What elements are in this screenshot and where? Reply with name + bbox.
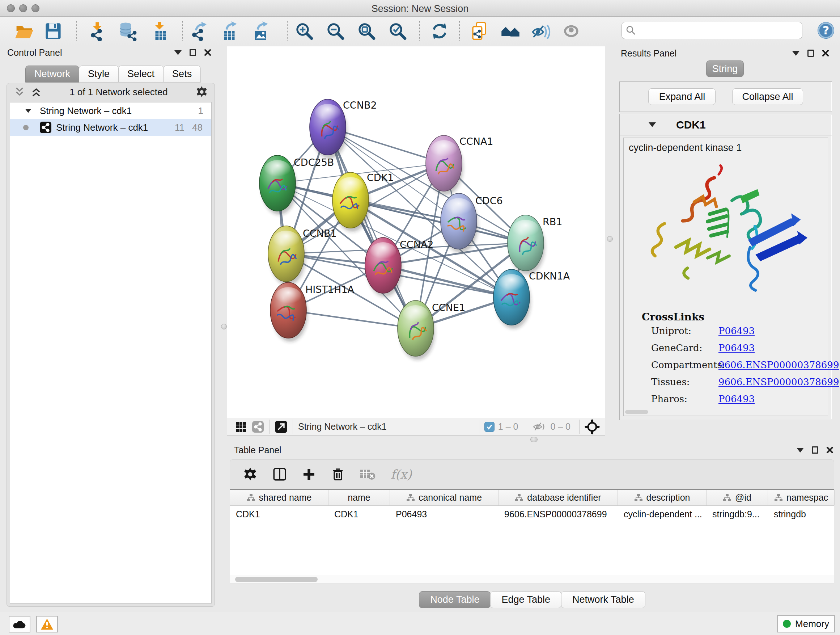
warnings-button[interactable] xyxy=(36,616,58,632)
panel-menu-icon[interactable] xyxy=(797,448,804,453)
copy-network-button[interactable] xyxy=(469,21,490,42)
column-header-name[interactable]: name xyxy=(328,490,390,505)
bottom-splitter-handle[interactable] xyxy=(531,437,538,442)
crosslink-link[interactable]: P06493 xyxy=(718,394,755,404)
graph-node-CDKN1A[interactable] xyxy=(493,269,531,329)
selected-nodes-checkbox[interactable] xyxy=(485,422,494,432)
toolbar-separator xyxy=(459,21,460,41)
network-options-gear-icon[interactable] xyxy=(196,86,208,98)
expand-all-button[interactable]: Expand All xyxy=(648,88,715,105)
crosslink-link[interactable]: 9606.ENSP00000378699 xyxy=(718,359,839,371)
expand-all-networks-icon[interactable] xyxy=(31,87,42,97)
save-session-button[interactable] xyxy=(43,21,64,42)
column-header-shared-name[interactable]: shared name xyxy=(230,490,328,505)
import-table-button[interactable] xyxy=(150,21,171,42)
collapse-all-button[interactable]: Collapse All xyxy=(732,88,803,105)
column-header-canonical-name[interactable]: canonical name xyxy=(390,490,499,505)
zoom-fit-button[interactable] xyxy=(356,21,377,42)
collection-expand-icon[interactable] xyxy=(25,109,31,112)
zoom-selected-button[interactable] xyxy=(387,21,408,42)
float-panel-icon[interactable] xyxy=(812,447,818,454)
graph-node-CCNB1[interactable] xyxy=(268,226,305,285)
cloud-status-button[interactable] xyxy=(9,616,30,632)
column-header-label: database identifier xyxy=(527,492,601,503)
float-panel-icon[interactable] xyxy=(807,50,814,57)
network-thumbnail-icon[interactable] xyxy=(252,421,264,433)
tab-select[interactable]: Select xyxy=(118,65,164,82)
gene-panel: CDK1 cyclin-dependent kinase 1 xyxy=(619,114,832,420)
crosslink-link[interactable]: 9606.ENSP00000378699 xyxy=(718,377,839,387)
left-splitter-handle[interactable] xyxy=(221,324,227,329)
add-column-icon[interactable] xyxy=(302,467,316,481)
export-image-button[interactable] xyxy=(250,21,271,42)
gene-collapse-icon[interactable] xyxy=(649,122,656,127)
graph-node-CDC6[interactable] xyxy=(441,193,478,253)
table-options-gear-icon[interactable] xyxy=(243,467,257,481)
detach-view-icon[interactable] xyxy=(275,420,287,433)
graph-node-CCNA2[interactable] xyxy=(365,238,402,297)
results-scrollbar-thumb[interactable] xyxy=(625,410,648,414)
help-button[interactable]: ? xyxy=(816,21,835,40)
zoom-in-button[interactable] xyxy=(294,21,315,42)
search-input[interactable] xyxy=(636,25,796,35)
delete-column-icon[interactable] xyxy=(331,467,345,481)
shared-column-icon xyxy=(247,494,256,502)
network-row[interactable]: String Network – cdk1 11 48 xyxy=(10,119,211,136)
table-cell: stringdb xyxy=(768,506,835,523)
graph-node-HIST1H1A[interactable] xyxy=(270,282,308,342)
export-network-icon xyxy=(190,21,210,41)
zoom-out-button[interactable] xyxy=(325,21,346,42)
import-network-from-database-button[interactable] xyxy=(117,21,138,42)
tab-node-table[interactable]: Node Table xyxy=(419,591,491,608)
import-network-button[interactable] xyxy=(88,21,109,42)
birds-eye-navigator-icon[interactable] xyxy=(584,419,600,434)
close-panel-icon[interactable] xyxy=(822,50,829,57)
node-label-CDKN1A: CDKN1A xyxy=(529,271,570,282)
show-visual-properties-button[interactable] xyxy=(531,21,551,42)
close-panel-icon[interactable] xyxy=(826,447,834,454)
network-graph[interactable]: CCNB2CCNA1CDC25BCDK1CDC6RB1CCNB1CCNA2CDK… xyxy=(227,46,605,418)
refresh-button[interactable] xyxy=(429,21,450,42)
column-header-@id[interactable]: @id xyxy=(706,490,768,505)
table-row[interactable]: CDK1CDK1P064939606.ENSP00000378699cyclin… xyxy=(230,506,834,523)
gene-header[interactable]: CDK1 xyxy=(620,114,832,135)
open-session-button[interactable] xyxy=(14,21,35,42)
graph-node-RB1[interactable] xyxy=(508,215,545,274)
tab-string[interactable]: String xyxy=(706,60,744,77)
panel-menu-icon[interactable] xyxy=(792,51,799,56)
grid-view-icon[interactable] xyxy=(235,421,247,432)
tab-network[interactable]: Network xyxy=(25,65,79,82)
close-panel-icon[interactable] xyxy=(204,49,211,56)
right-splitter-handle[interactable] xyxy=(607,236,613,242)
crosslink-row: Uniprot:P06493 xyxy=(651,325,691,336)
graph-node-CDC25B[interactable] xyxy=(259,155,297,215)
home-networks-button[interactable] xyxy=(500,21,521,42)
float-panel-icon[interactable] xyxy=(189,49,196,56)
export-table-button[interactable] xyxy=(219,21,240,42)
show-hide-button[interactable] xyxy=(561,21,582,42)
collapse-all-networks-icon[interactable] xyxy=(14,87,25,97)
network-view-footer: String Network – cdk1 1 – 0 0 – 0 xyxy=(227,418,605,435)
crosslink-link[interactable]: P06493 xyxy=(718,325,755,336)
crosslink-link[interactable]: P06493 xyxy=(718,342,755,353)
tab-style[interactable]: Style xyxy=(79,65,118,82)
show-columns-icon[interactable] xyxy=(272,467,287,482)
graph-node-CCNE1[interactable] xyxy=(398,301,435,360)
network-edge-count: 48 xyxy=(192,122,202,133)
graph-node-CCNB2[interactable] xyxy=(309,99,347,158)
table-hscrollbar[interactable] xyxy=(230,575,834,584)
panel-menu-icon[interactable] xyxy=(174,50,182,55)
column-header-database-identifier[interactable]: database identifier xyxy=(499,490,618,505)
status-bar: Memory xyxy=(0,612,840,635)
memory-button[interactable]: Memory xyxy=(777,615,835,632)
graph-node-CCNA1[interactable] xyxy=(426,135,463,195)
tab-edge-table[interactable]: Edge Table xyxy=(490,591,561,608)
zoom-out-icon xyxy=(325,21,345,41)
table-hscrollbar-thumb[interactable] xyxy=(235,577,317,582)
column-header-description[interactable]: description xyxy=(618,490,706,505)
export-network-button[interactable] xyxy=(189,21,210,42)
network-collection-row[interactable]: String Network – cdk1 1 xyxy=(10,103,211,119)
tab-sets[interactable]: Sets xyxy=(163,65,201,82)
column-header-namespac[interactable]: namespac xyxy=(768,490,835,505)
tab-network-table[interactable]: Network Table xyxy=(561,591,645,608)
